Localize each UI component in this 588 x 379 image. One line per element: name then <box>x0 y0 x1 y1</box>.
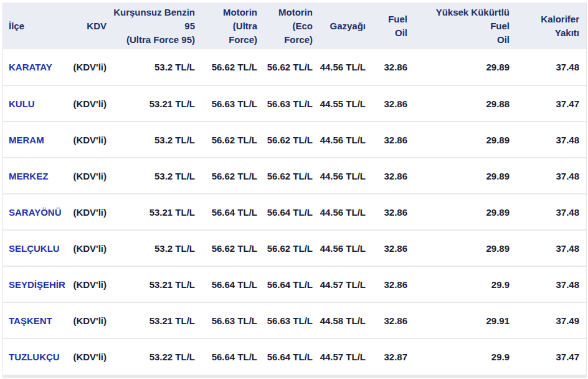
motorin-ultra-cell: 56.62 TL/L <box>202 122 264 158</box>
col-header-yuksek-kukurtlu-fuel-oil: Yüksek Kükürtlü Fuel Oil <box>414 3 516 49</box>
district-link[interactable]: SELÇUKLU <box>9 243 60 254</box>
fuel-oil-cell: 32.86 <box>372 85 414 122</box>
kdv-cell: (KDV'li) <box>72 194 113 230</box>
motorin-eco-cell: 56.63 TL/L <box>264 302 320 338</box>
fuel-prices-table: İlçe KDV Kurşunsuz Benzin 95 (Ultra Forc… <box>3 3 586 375</box>
yuksek-fuel-oil-cell: 29.9 <box>414 338 516 375</box>
table-row: KARATAY (KDV'li) 53.2 TL/L 56.62 TL/L 56… <box>3 49 586 85</box>
col-header-kalorifer-yakiti: Kalorifer Yakıtı <box>516 3 586 49</box>
gazyagi-cell: 44.57 TL/L <box>320 338 372 375</box>
yuksek-fuel-oil-cell: 29.89 <box>414 49 516 85</box>
motorin-ultra-cell: 56.64 TL/L <box>202 338 264 375</box>
benzin95-cell: 53.21 TL/L <box>113 302 202 338</box>
kalorifer-cell: 37.47 <box>516 338 586 375</box>
benzin95-cell: 53.2 TL/L <box>113 158 202 194</box>
table-row: SEYDİŞEHİR (KDV'li) 53.21 TL/L 56.64 TL/… <box>3 266 586 302</box>
district-cell: MERAM <box>3 122 72 158</box>
motorin-ultra-cell: 56.63 TL/L <box>202 85 264 122</box>
motorin-ultra-cell: 56.63 TL/L <box>202 302 264 338</box>
fuel-oil-cell: 32.86 <box>372 266 414 302</box>
col-header-ilce: İlçe <box>3 3 72 49</box>
col-header-kdv: KDV <box>72 3 113 49</box>
motorin-ultra-cell: 56.62 TL/L <box>202 49 264 85</box>
yuksek-fuel-oil-cell: 29.89 <box>414 230 516 266</box>
kdv-cell: (KDV'li) <box>72 230 113 266</box>
kalorifer-cell: 37.49 <box>516 302 586 338</box>
district-cell: TAŞKENT <box>3 302 72 338</box>
fuel-prices-table-container: İlçe KDV Kurşunsuz Benzin 95 (Ultra Forc… <box>2 2 587 375</box>
table-row: MERKEZ (KDV'li) 53.2 TL/L 56.62 TL/L 56.… <box>3 158 586 194</box>
yuksek-fuel-oil-cell: 29.89 <box>414 158 516 194</box>
gazyagi-cell: 44.57 TL/L <box>320 266 372 302</box>
motorin-eco-cell: 56.64 TL/L <box>264 194 320 230</box>
fuel-oil-cell: 32.87 <box>372 338 414 375</box>
district-link[interactable]: TUZLUKÇU <box>9 352 60 362</box>
header-row: İlçe KDV Kurşunsuz Benzin 95 (Ultra Forc… <box>3 3 586 49</box>
next-row-separator <box>2 375 587 378</box>
yuksek-fuel-oil-cell: 29.9 <box>414 266 516 302</box>
kdv-cell: (KDV'li) <box>72 158 113 194</box>
col-header-kursunsuz-benzin-95: Kurşunsuz Benzin 95 (Ultra Force 95) <box>113 3 202 49</box>
kalorifer-cell: 37.48 <box>516 49 586 85</box>
table-row: SARAYÖNÜ (KDV'li) 53.21 TL/L 56.64 TL/L … <box>3 194 586 230</box>
gazyagi-cell: 44.58 TL/L <box>320 302 372 338</box>
fuel-oil-cell: 32.86 <box>372 230 414 266</box>
yuksek-fuel-oil-cell: 29.89 <box>414 122 516 158</box>
fuel-price-page: İlçe KDV Kurşunsuz Benzin 95 (Ultra Forc… <box>0 0 588 379</box>
district-link[interactable]: KULU <box>9 98 35 109</box>
benzin95-cell: 53.22 TL/L <box>113 338 202 375</box>
yuksek-fuel-oil-cell: 29.89 <box>414 194 516 230</box>
district-cell: KULU <box>3 85 72 122</box>
district-link[interactable]: SEYDİŞEHİR <box>9 279 65 290</box>
benzin95-cell: 53.2 TL/L <box>113 230 202 266</box>
kalorifer-cell: 37.47 <box>516 85 586 122</box>
table-row: MERAM (KDV'li) 53.2 TL/L 56.62 TL/L 56.6… <box>3 122 586 158</box>
table-row: TAŞKENT (KDV'li) 53.21 TL/L 56.63 TL/L 5… <box>3 302 586 338</box>
kalorifer-cell: 37.48 <box>516 266 586 302</box>
district-cell: TUZLUKÇU <box>3 338 72 375</box>
motorin-ultra-cell: 56.64 TL/L <box>202 266 264 302</box>
kdv-cell: (KDV'li) <box>72 85 113 122</box>
gazyagi-cell: 44.56 TL/L <box>320 230 372 266</box>
motorin-eco-cell: 56.62 TL/L <box>264 49 320 85</box>
motorin-ultra-cell: 56.62 TL/L <box>202 230 264 266</box>
district-link[interactable]: SARAYÖNÜ <box>9 207 61 218</box>
col-header-gazyagi: Gazyağı <box>320 3 372 49</box>
district-link[interactable]: MERAM <box>9 135 44 145</box>
district-cell: MERKEZ <box>3 158 72 194</box>
motorin-ultra-cell: 56.62 TL/L <box>202 158 264 194</box>
district-link[interactable]: TAŞKENT <box>9 315 52 326</box>
col-header-fuel-oil: Fuel Oil <box>372 3 414 49</box>
kalorifer-cell: 37.48 <box>516 158 586 194</box>
motorin-eco-cell: 56.62 TL/L <box>264 230 320 266</box>
col-header-motorin-eco-force: Motorin (Eco Force) <box>264 3 320 49</box>
motorin-eco-cell: 56.63 TL/L <box>264 85 320 122</box>
motorin-ultra-cell: 56.64 TL/L <box>202 194 264 230</box>
benzin95-cell: 53.21 TL/L <box>113 194 202 230</box>
fuel-oil-cell: 32.86 <box>372 49 414 85</box>
benzin95-cell: 53.21 TL/L <box>113 266 202 302</box>
kdv-cell: (KDV'li) <box>72 49 113 85</box>
district-link[interactable]: KARATAY <box>9 62 52 72</box>
kdv-cell: (KDV'li) <box>72 266 113 302</box>
district-link[interactable]: MERKEZ <box>9 171 48 181</box>
gazyagi-cell: 44.56 TL/L <box>320 122 372 158</box>
kalorifer-cell: 37.48 <box>516 122 586 158</box>
district-cell: SEYDİŞEHİR <box>3 266 72 302</box>
fuel-oil-cell: 32.86 <box>372 158 414 194</box>
table-row: SELÇUKLU (KDV'li) 53.2 TL/L 56.62 TL/L 5… <box>3 230 586 266</box>
table-row: KULU (KDV'li) 53.21 TL/L 56.63 TL/L 56.6… <box>3 85 586 122</box>
fuel-oil-cell: 32.86 <box>372 302 414 338</box>
gazyagi-cell: 44.55 TL/L <box>320 85 372 122</box>
kalorifer-cell: 37.48 <box>516 194 586 230</box>
district-cell: SELÇUKLU <box>3 230 72 266</box>
benzin95-cell: 53.2 TL/L <box>113 122 202 158</box>
gazyagi-cell: 44.56 TL/L <box>320 158 372 194</box>
benzin95-cell: 53.21 TL/L <box>113 85 202 122</box>
kdv-cell: (KDV'li) <box>72 302 113 338</box>
gazyagi-cell: 44.56 TL/L <box>320 49 372 85</box>
motorin-eco-cell: 56.62 TL/L <box>264 158 320 194</box>
fuel-oil-cell: 32.86 <box>372 194 414 230</box>
kalorifer-cell: 37.48 <box>516 230 586 266</box>
kdv-cell: (KDV'li) <box>72 338 113 375</box>
